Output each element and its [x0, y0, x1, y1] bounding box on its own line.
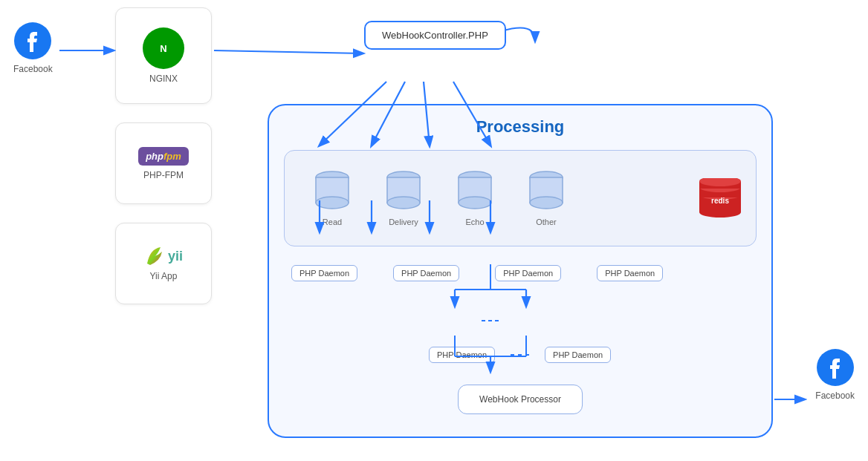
daemon-2-label: PHP Daemon: [393, 265, 459, 281]
daemon-row-2: PHP Daemon PHP Daemon: [429, 347, 611, 363]
facebook-left-node: Facebook: [13, 22, 53, 74]
daemon-2: PHP Daemon: [393, 265, 459, 281]
daemon-3-label: PHP Daemon: [495, 265, 561, 281]
nginx-label: NGINX: [149, 73, 178, 84]
facebook-right-icon: [817, 349, 854, 386]
webhook-controller-label: WebHookController.PHP: [382, 30, 488, 41]
nginx-logo: N: [143, 27, 184, 69]
queue-read: Read: [313, 170, 352, 226]
daemon-6-label: PHP Daemon: [545, 347, 611, 363]
cylinder-delivery: [384, 170, 423, 215]
dashed-separator: [510, 353, 530, 356]
facebook-right-node: Facebook: [815, 349, 855, 401]
yii-label: Yii App: [150, 271, 178, 281]
yii-box: yii Yii App: [115, 223, 212, 304]
queue-echo: Echo: [456, 170, 494, 226]
daemon-1-label: PHP Daemon: [291, 265, 357, 281]
yii-icon: [144, 246, 165, 267]
yii-text: yii: [168, 249, 183, 264]
daemon-4: PHP Daemon: [597, 265, 663, 281]
queue-row: Read Delivery Echo: [284, 150, 757, 246]
webhook-processor-label: WebHook Processor: [479, 394, 561, 405]
queue-other-label: Other: [536, 218, 557, 226]
phpfpm-logo: phpfpm: [138, 147, 189, 166]
cylinder-read: [313, 170, 352, 215]
svg-text:redis: redis: [711, 197, 729, 205]
daemon-5: PHP Daemon: [429, 347, 495, 363]
daemon-4-label: PHP Daemon: [597, 265, 663, 281]
facebook-left-icon: [14, 22, 51, 59]
processing-title: Processing: [476, 117, 565, 137]
webhook-controller-box: WebHookController.PHP: [364, 21, 506, 50]
daemon-5-label: PHP Daemon: [429, 347, 495, 363]
phpfpm-label: PHP-FPM: [143, 170, 184, 180]
svg-point-23: [316, 197, 349, 209]
queue-read-label: Read: [323, 218, 342, 226]
facebook-left-label: Facebook: [13, 64, 53, 74]
nginx-box: N NGINX: [115, 7, 212, 104]
queue-echo-label: Echo: [465, 218, 484, 226]
svg-point-26: [387, 197, 420, 209]
queue-delivery-label: Delivery: [389, 218, 418, 226]
svg-point-32: [530, 197, 563, 209]
daemon-row-1: PHP Daemon PHP Daemon PHP Daemon PHP Dae…: [291, 265, 663, 281]
cylinder-other: [527, 170, 566, 215]
svg-point-29: [459, 197, 491, 209]
facebook-right-label: Facebook: [815, 390, 855, 401]
cylinder-echo: [456, 170, 494, 215]
redis-icon: redis: [696, 178, 744, 218]
phpfpm-box: phpfpm PHP-FPM: [115, 122, 212, 204]
processing-container: Processing Read Delivery: [268, 104, 773, 438]
architecture-diagram: { "title": "Architecture Diagram", "node…: [0, 0, 868, 461]
queue-other: Other: [527, 170, 566, 226]
webhook-processor-box: WebHook Processor: [458, 385, 583, 414]
yii-logo: yii: [144, 246, 183, 267]
daemon-6: PHP Daemon: [545, 347, 611, 363]
daemon-3: PHP Daemon: [495, 265, 561, 281]
daemon-1: PHP Daemon: [291, 265, 357, 281]
nginx-logo-text: N: [160, 43, 166, 54]
queue-delivery: Delivery: [384, 170, 423, 226]
redis-area: redis: [696, 178, 744, 218]
svg-line-1: [214, 50, 363, 53]
